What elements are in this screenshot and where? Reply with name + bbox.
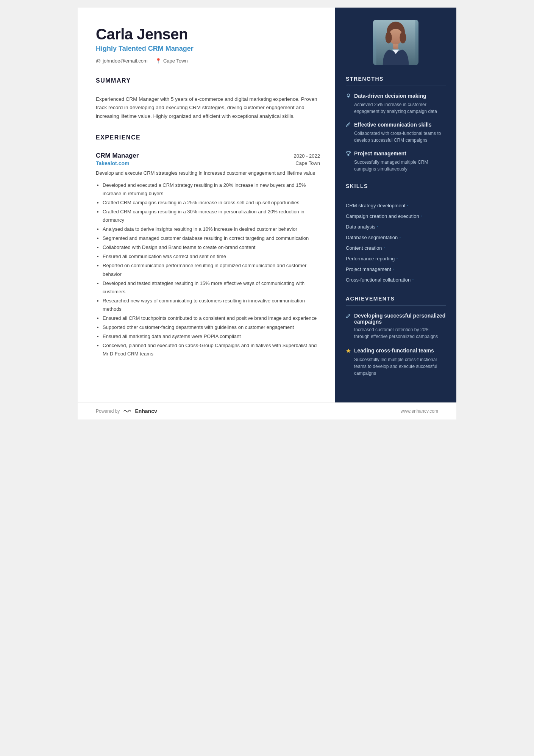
header-section: Carla Jensen Highly Talented CRM Manager… <box>96 26 320 64</box>
footer-brand: Enhancv <box>135 408 157 414</box>
bullet-item: Analysed data to derive insights resulti… <box>103 225 320 233</box>
achievement-item: Leading cross-functional teams Successfu… <box>346 347 446 377</box>
skill-label: Cross-functional collaboration <box>346 277 411 283</box>
skill-label: Data analysis <box>346 224 375 230</box>
skill-label: Performance reporting <box>346 256 395 261</box>
bullet-item: Researched new ways of communicating to … <box>103 297 320 313</box>
skill-label: Database segmentation <box>346 235 398 240</box>
achievement-icon <box>346 348 351 355</box>
right-column: STRENGTHS Data-driven decision making Ac… <box>335 8 456 402</box>
skill-label: Content creation <box>346 245 382 251</box>
left-column: Carla Jensen Highly Talented CRM Manager… <box>78 8 335 402</box>
bullet-item: Supported other customer-facing departme… <box>103 323 320 332</box>
strength-label: Data-driven decision making <box>354 93 426 99</box>
skill-dot: · <box>399 234 401 241</box>
achievements-list: Developing successful personalized campa… <box>346 313 446 377</box>
skill-item: Performance reporting · <box>346 253 446 264</box>
footer: Powered by Enhancv www.enhancv.com <box>78 402 456 419</box>
strength-description: Collaborated with cross-functional teams… <box>346 130 446 144</box>
strength-description: Successfully managed multiple CRM campai… <box>346 159 446 172</box>
footer-website: www.enhancv.com <box>401 409 438 414</box>
job-entry: CRM Manager 2020 - 2022 Takealot.com Cap… <box>96 152 320 358</box>
enhancv-logo-icon <box>123 408 132 414</box>
summary-text: Experienced CRM Manager with 5 years of … <box>96 95 320 121</box>
skill-item: Campaign creation and execution · <box>346 211 446 221</box>
achievement-label: Leading cross-functional teams <box>354 347 434 354</box>
achievement-title: Leading cross-functional teams <box>346 347 446 355</box>
email-value: johndoe@email.com <box>103 58 148 64</box>
skill-label: CRM strategy development <box>346 203 406 208</box>
svg-marker-7 <box>346 349 351 353</box>
achievement-label: Developing successful personalized campa… <box>354 313 446 325</box>
footer-powered-by: Powered by Enhancv <box>96 408 157 414</box>
skill-dot: · <box>407 202 409 209</box>
bullet-item: Collaborated with Design and Brand teams… <box>103 243 320 252</box>
skills-divider <box>346 193 446 193</box>
skill-dot: · <box>412 276 414 283</box>
summary-divider <box>96 88 320 88</box>
skills-section: SKILLS CRM strategy development ·Campaig… <box>346 183 446 285</box>
location-value: Cape Town <box>163 58 188 64</box>
skill-dot: · <box>396 255 398 262</box>
strength-item: Effective communication skills Collabora… <box>346 122 446 144</box>
bullet-item: Segmented and managed customer database … <box>103 234 320 243</box>
achievements-title: ACHIEVEMENTS <box>346 296 446 302</box>
person-photo-svg <box>373 20 418 65</box>
email-info: @ johndoe@email.com <box>96 58 148 64</box>
strength-label: Project management <box>354 150 406 157</box>
location-icon: 📍 <box>155 58 161 64</box>
bullet-item: Crafted CRM campaigns resulting in a 25%… <box>103 199 320 207</box>
skill-dot: · <box>393 266 394 272</box>
svg-point-5 <box>400 32 406 44</box>
job-bullets: Developed and executed a CRM strategy re… <box>96 181 320 358</box>
strength-title: Project management <box>346 150 446 157</box>
strength-title: Effective communication skills <box>346 122 446 128</box>
strength-description: Achieved 25% increase in customer engage… <box>346 101 446 115</box>
resume-container: Carla Jensen Highly Talented CRM Manager… <box>78 8 456 419</box>
skill-item: Project management · <box>346 264 446 274</box>
skill-dot: · <box>383 244 385 251</box>
achievement-item: Developing successful personalized campa… <box>346 313 446 340</box>
skill-item: Content creation · <box>346 243 446 253</box>
bullet-item: Conceived, planned and executed on Cross… <box>103 341 320 358</box>
achievements-divider <box>346 305 446 306</box>
bullet-item: Ensured all marketing data and systems w… <box>103 332 320 341</box>
strength-label: Effective communication skills <box>354 122 432 128</box>
job-dates: 2020 - 2022 <box>294 153 320 159</box>
skills-title: SKILLS <box>346 183 446 189</box>
skill-item: Data analysis · <box>346 221 446 232</box>
candidate-title: Highly Talented CRM Manager <box>96 45 320 53</box>
skill-label: Project management <box>346 266 391 272</box>
powered-by-label: Powered by <box>96 409 120 414</box>
skill-dot: · <box>421 213 422 219</box>
photo-container <box>373 20 418 65</box>
strengths-section: STRENGTHS Data-driven decision making Ac… <box>346 76 446 172</box>
bullet-item: Reported on communication performance re… <box>103 261 320 278</box>
strengths-divider <box>346 86 446 86</box>
strengths-title: STRENGTHS <box>346 76 446 82</box>
achievement-description: Successfully led multiple cross-function… <box>346 356 446 377</box>
bullet-item: Developed and executed a CRM strategy re… <box>103 181 320 198</box>
candidate-name: Carla Jensen <box>96 26 320 42</box>
summary-section: SUMMARY Experienced CRM Manager with 5 y… <box>96 77 320 121</box>
skill-label: Campaign creation and execution <box>346 213 419 219</box>
experience-section: EXPERIENCE CRM Manager 2020 - 2022 Takea… <box>96 134 320 358</box>
strengths-list: Data-driven decision making Achieved 25%… <box>346 93 446 172</box>
job-title: CRM Manager <box>96 152 139 160</box>
summary-title: SUMMARY <box>96 77 320 84</box>
email-icon: @ <box>96 58 101 64</box>
skill-dot: · <box>377 223 378 230</box>
bullet-item: Crafted CRM campaigns resulting in a 30%… <box>103 208 320 224</box>
strength-item: Data-driven decision making Achieved 25%… <box>346 93 446 115</box>
strength-icon <box>346 93 351 100</box>
bullet-item: Ensured all CRM touchpoints contributed … <box>103 314 320 322</box>
skill-item: Cross-functional collaboration · <box>346 274 446 285</box>
job-header: CRM Manager 2020 - 2022 <box>96 152 320 160</box>
bullet-item: Ensured all communication was correct an… <box>103 252 320 261</box>
photo-placeholder <box>373 20 418 65</box>
location-info: 📍 Cape Town <box>155 58 188 64</box>
strength-item: Project management Successfully managed … <box>346 150 446 172</box>
strength-icon <box>346 122 351 128</box>
contact-info: @ johndoe@email.com 📍 Cape Town <box>96 58 320 64</box>
strength-icon <box>346 151 351 157</box>
